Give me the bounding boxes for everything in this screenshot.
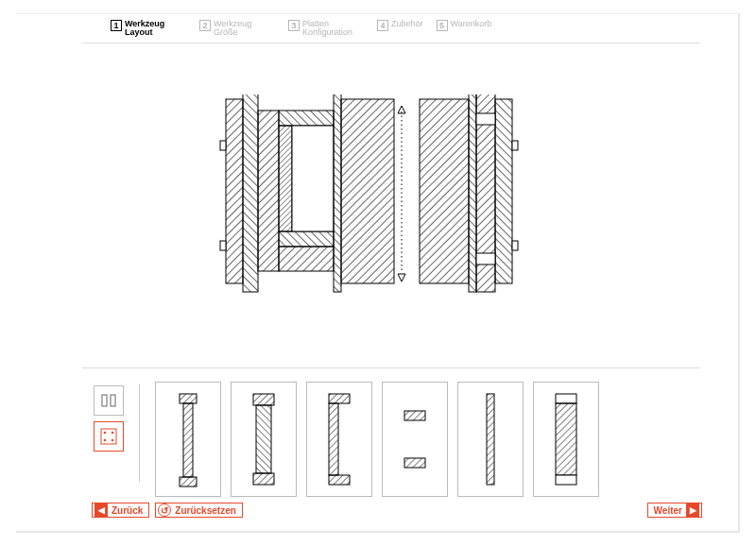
back-button[interactable]: ◀ Zurück [92, 503, 149, 518]
svg-rect-50 [556, 394, 576, 403]
palette-thumb-3[interactable] [306, 382, 372, 497]
palette-row [94, 382, 700, 497]
svg-rect-24 [102, 395, 107, 406]
svg-rect-25 [111, 395, 115, 406]
palette-mode-column [94, 382, 124, 497]
palette-mode-dots[interactable] [94, 421, 124, 452]
svg-rect-43 [329, 475, 350, 485]
tool-layout-canvas[interactable] [16, 61, 738, 363]
svg-point-30 [112, 439, 114, 442]
divider [139, 384, 140, 482]
svg-rect-46 [404, 458, 425, 468]
svg-rect-26 [101, 429, 116, 444]
svg-rect-8 [279, 247, 334, 271]
step-number: 3 [288, 20, 300, 31]
svg-rect-13 [220, 141, 226, 150]
wizard-steps: 1 Werkzeug Layout 2 Werkzeug Größe 3 Pla… [111, 20, 491, 38]
svg-rect-34 [180, 477, 197, 486]
svg-rect-9 [279, 126, 292, 231]
palette-thumb-2[interactable] [231, 382, 297, 497]
svg-rect-17 [469, 94, 476, 292]
svg-rect-33 [183, 403, 193, 477]
divider [82, 43, 700, 43]
palette-thumb-4[interactable] [382, 382, 448, 497]
step-label: Warenkorb [451, 20, 492, 28]
chevron-right-icon: ▶ [686, 503, 699, 517]
wizard-step-4[interactable]: 4 Zubehör [377, 20, 423, 31]
svg-rect-19 [495, 99, 512, 283]
svg-rect-12 [341, 99, 394, 283]
svg-rect-41 [329, 394, 350, 403]
reset-button-label: Zurücksetzen [175, 505, 235, 516]
wizard-step-2[interactable]: 2 Werkzeug Größe [199, 20, 275, 38]
step-label: Zubehör [391, 20, 423, 28]
step-label: Platten Konfiguration [302, 20, 364, 38]
svg-rect-38 [256, 405, 271, 473]
svg-rect-10 [292, 126, 334, 231]
palette-mode-blocks[interactable] [94, 385, 124, 416]
step-number: 1 [111, 20, 122, 31]
svg-rect-48 [487, 394, 494, 485]
back-button-label: Zurück [112, 505, 143, 516]
svg-rect-23 [512, 241, 518, 250]
svg-rect-22 [512, 141, 518, 150]
step-number: 5 [437, 20, 448, 31]
svg-rect-52 [556, 475, 576, 485]
palette-thumb-6[interactable] [533, 382, 599, 497]
svg-rect-14 [220, 241, 226, 250]
svg-rect-11 [334, 94, 341, 292]
reset-button[interactable]: ↺ Zurücksetzen [155, 503, 242, 518]
svg-rect-21 [476, 253, 495, 264]
svg-point-28 [112, 432, 114, 435]
svg-rect-39 [253, 473, 274, 485]
svg-rect-7 [279, 231, 334, 247]
svg-rect-5 [258, 111, 279, 271]
svg-point-27 [104, 432, 107, 435]
wizard-step-5[interactable]: 5 Warenkorb [437, 20, 492, 31]
svg-rect-42 [329, 403, 338, 475]
svg-rect-20 [476, 113, 495, 125]
svg-point-29 [104, 439, 107, 442]
next-button-label: Weiter [654, 505, 682, 516]
svg-rect-32 [180, 394, 197, 403]
svg-rect-37 [253, 394, 274, 405]
step-label: Werkzeug Größe [214, 20, 275, 38]
nav-buttons: ◀ Zurück ↺ Zurücksetzen Weiter ▶ [92, 503, 702, 518]
next-button[interactable]: Weiter ▶ [647, 503, 702, 518]
wizard-step-1[interactable]: 1 Werkzeug Layout [111, 20, 186, 38]
svg-rect-4 [243, 94, 258, 292]
tool-diagram [207, 94, 547, 312]
wizard-step-3[interactable]: 3 Platten Konfiguration [288, 20, 364, 38]
svg-rect-16 [420, 99, 469, 283]
palette-thumb-1[interactable] [155, 382, 221, 497]
reset-icon: ↺ [158, 503, 171, 517]
step-number: 4 [377, 20, 388, 31]
step-label: Werkzeug Layout [125, 20, 186, 38]
chevron-left-icon: ◀ [94, 503, 108, 517]
step-number: 2 [199, 20, 211, 31]
svg-rect-3 [226, 99, 243, 283]
svg-rect-6 [279, 111, 334, 126]
svg-rect-51 [556, 403, 576, 475]
divider [82, 367, 700, 368]
svg-rect-45 [404, 411, 425, 420]
palette-thumb-5[interactable] [457, 382, 524, 497]
configurator-page: 1 Werkzeug Layout 2 Werkzeug Größe 3 Pla… [16, 13, 740, 533]
